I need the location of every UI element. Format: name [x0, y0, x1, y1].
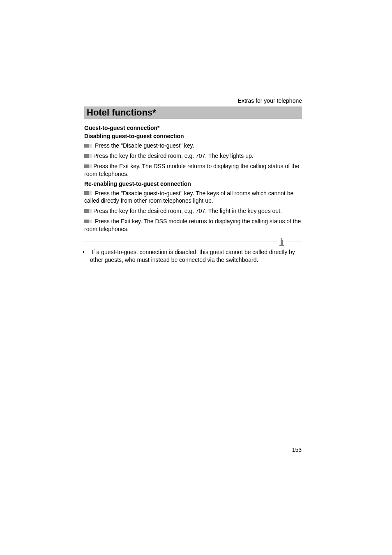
content-area: Extras for your telephone Hotel function… — [84, 97, 302, 264]
running-header: Extras for your telephone — [84, 97, 302, 104]
info-icon — [277, 238, 286, 246]
note-bullet: • If a guest-to-guest connection is disa… — [84, 248, 302, 264]
function-key-icon — [84, 220, 92, 223]
bullet-icon: • — [86, 248, 90, 256]
subheading-guest-connection: Guest-to-guest connection* — [84, 125, 302, 131]
function-key-icon — [84, 191, 92, 195]
step-press-room-key-out: Press the key for the desired room, e.g.… — [84, 207, 302, 215]
step-press-room-key-lights: Press the key for the desired room, e.g.… — [84, 152, 302, 160]
step-text: Press the key for the desired room, e.g.… — [93, 153, 254, 159]
step-text: Press the Exit key. The DSS module retur… — [84, 218, 301, 232]
step-press-exit-key-2: Press the Exit key. The DSS module retur… — [84, 217, 302, 233]
page-number: 153 — [292, 446, 302, 453]
step-press-exit-key-1: Press the Exit key. The DSS module retur… — [84, 162, 302, 178]
divider-line — [286, 241, 302, 241]
step-text: Press the "Disable guest-to-guest" key. … — [84, 190, 293, 204]
function-key-icon — [84, 209, 92, 213]
step-text: Press the "Disable guest-to-guest" key. — [93, 142, 194, 149]
subheading-disabling: Disabling guest-to-guest connection — [84, 133, 302, 139]
divider-line — [84, 241, 277, 241]
step-press-disable-key: Press the "Disable guest-to-guest" key. — [84, 142, 302, 150]
subheading-reenabling: Re-enabling guest-to-guest connection — [84, 180, 302, 187]
note-text: If a guest-to-guest connection is disabl… — [90, 249, 295, 263]
page: Extras for your telephone Hotel function… — [0, 0, 392, 555]
function-key-icon — [84, 164, 92, 168]
step-text: Press the key for the desired room, e.g.… — [93, 208, 282, 214]
step-press-disable-key-reenabling: Press the "Disable guest-to-guest" key. … — [84, 190, 302, 205]
step-text: Press the Exit key. The DSS module retur… — [84, 163, 299, 177]
function-key-icon — [84, 154, 92, 158]
function-key-icon — [84, 144, 92, 148]
section-title-bar: Hotel functions* — [84, 106, 302, 119]
info-divider — [84, 237, 302, 245]
section-title: Hotel functions* — [87, 107, 300, 118]
